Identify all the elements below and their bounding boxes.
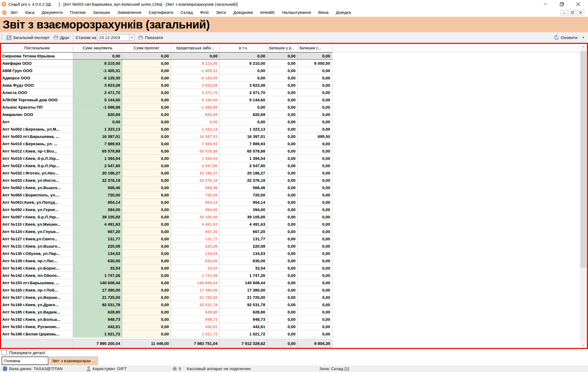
value-cell[interactable]: 1 394,54 xyxy=(73,155,122,162)
value-cell[interactable]: 0,00 xyxy=(267,316,298,323)
value-cell[interactable]: 0,00 xyxy=(122,199,171,206)
value-cell[interactable]: -6 129,30 xyxy=(171,74,220,82)
value-cell[interactable]: 0,00 xyxy=(122,177,171,184)
value-cell[interactable]: 820,69 xyxy=(220,111,267,118)
table-row[interactable]: Алиста ООО2 471,700,002 471,702 471,700,… xyxy=(1,89,580,96)
value-cell[interactable]: 0,00 xyxy=(267,206,298,213)
supplier-cell[interactable]: Апт №032 г.Яготин, ул.Нез... xyxy=(1,169,73,177)
show-details-checkbox[interactable] xyxy=(2,350,7,355)
supplier-cell[interactable]: Авефарм ООО xyxy=(1,60,73,67)
value-cell[interactable]: 0,00 xyxy=(298,206,332,213)
column-header-5[interactable]: Залишок у р... xyxy=(267,44,298,52)
value-cell[interactable]: 1 394,54 xyxy=(171,155,220,162)
column-header-6[interactable]: Залишки с... xyxy=(298,44,332,52)
value-cell[interactable]: 0,00 xyxy=(298,147,332,155)
menu-item-12[interactable]: Налаштування xyxy=(282,10,311,15)
value-cell[interactable]: 22 376,18 xyxy=(171,177,220,184)
bottom-tab-0[interactable]: Головна xyxy=(2,357,48,365)
value-cell[interactable]: 0,00 xyxy=(220,67,267,74)
value-cell[interactable]: 2 547,80 xyxy=(73,162,122,169)
table-row[interactable]: Апт №165 г.Киев, пр-т.Поб...17 380,000,0… xyxy=(1,286,580,294)
scrollbar-thumb[interactable] xyxy=(580,51,586,268)
value-cell[interactable]: 394,00 xyxy=(171,206,220,213)
value-cell[interactable]: 2 471,70 xyxy=(171,89,220,96)
supplier-cell[interactable]: Апт №065 г.Борисполь, ул.... xyxy=(1,191,73,199)
menu-item-9[interactable]: Звіти xyxy=(216,10,226,15)
value-cell[interactable]: 0,00 xyxy=(122,206,171,213)
value-cell[interactable]: 0,00 xyxy=(122,235,171,242)
menu-item-7[interactable]: Склад xyxy=(180,10,193,15)
value-cell[interactable]: 134,53 xyxy=(220,250,267,257)
value-cell[interactable]: -1 088,88 xyxy=(73,103,122,111)
menu-item-4[interactable]: Залишки xyxy=(93,10,110,15)
value-cell[interactable]: 0,00 xyxy=(298,52,332,60)
value-cell[interactable]: 0,00 xyxy=(220,52,267,60)
table-row[interactable]: Альянс Красоты ПП-1 088,880,00-1 088,880… xyxy=(1,103,580,111)
value-cell[interactable]: 0,00 xyxy=(122,52,171,60)
value-cell[interactable]: 5 144,60 xyxy=(171,96,220,103)
table-row[interactable]: Апт №127 г.Киев,ул.Свято...131,770,00131… xyxy=(1,235,580,242)
menu-item-8[interactable]: Філії xyxy=(200,10,209,15)
supplier-cell[interactable]: Апт №110 г.Киев, ул.Мишин... xyxy=(1,221,73,228)
minimize-button[interactable] xyxy=(542,1,549,7)
supplier-cell[interactable]: Апт №012 г.Киев, пр-т.Воз... xyxy=(1,147,73,155)
value-cell[interactable]: 1 394,54 xyxy=(220,155,267,162)
value-cell[interactable]: 22 376,18 xyxy=(220,177,267,184)
value-cell[interactable]: 0,00 xyxy=(298,67,332,74)
value-cell[interactable]: 0,00 xyxy=(122,301,171,308)
value-cell[interactable]: 0,00 xyxy=(122,308,171,316)
scroll-down-icon[interactable]: ⌄ xyxy=(580,341,587,348)
value-cell[interactable]: 0,00 xyxy=(122,133,171,140)
refresh-dropdown-button[interactable]: ▼ xyxy=(581,35,586,40)
value-cell[interactable]: 4 491,63 xyxy=(73,221,122,228)
value-cell[interactable]: 0,00 xyxy=(298,177,332,184)
value-cell[interactable]: 1 323,13 xyxy=(171,125,220,133)
report-date-input[interactable]: 23.12.2024 xyxy=(97,34,129,41)
value-cell[interactable]: 0,00 xyxy=(298,118,332,125)
column-header-4[interactable]: в т.ч. xyxy=(220,44,267,52)
supplier-cell[interactable]: Апт №091г.Киев, ул.Попуд... xyxy=(1,199,73,206)
value-cell[interactable]: 140 608,44 xyxy=(220,279,267,286)
value-cell[interactable]: 0,00 xyxy=(298,272,332,279)
value-cell[interactable]: 21 725,00 xyxy=(220,294,267,301)
supplier-cell[interactable]: Апт №165 г.Киев, пр-т.Поб... xyxy=(1,286,73,294)
value-cell[interactable]: 0,00 xyxy=(298,323,332,330)
value-cell[interactable]: 0,00 xyxy=(122,228,171,235)
value-cell[interactable]: 1 323,13 xyxy=(220,125,267,133)
supplier-cell[interactable]: Апт №193 г.Киев, Русановс... xyxy=(1,323,73,330)
value-cell[interactable]: 92 531,78 xyxy=(220,301,267,308)
supplier-cell[interactable]: Адверсо ООО xyxy=(1,74,73,82)
value-cell[interactable]: 3 823,08 xyxy=(171,82,220,89)
value-cell[interactable]: 0,00 xyxy=(298,103,332,111)
value-cell[interactable]: 0,00 xyxy=(122,118,171,125)
value-cell[interactable]: 0,00 xyxy=(122,330,171,338)
value-cell[interactable]: 0,00 xyxy=(122,103,171,111)
supplier-cell[interactable]: Апт №022 г.Киев, б-р.Л.Укр... xyxy=(1,162,73,169)
value-cell[interactable]: 948,73 xyxy=(171,316,220,323)
value-cell[interactable]: 0,00 xyxy=(220,74,267,82)
value-cell[interactable]: 0,00 xyxy=(122,162,171,169)
value-cell[interactable]: 22 376,18 xyxy=(73,177,122,184)
value-cell[interactable]: 134,53 xyxy=(171,250,220,257)
value-cell[interactable]: 0,00 xyxy=(267,162,298,169)
supplier-cell[interactable]: Апт №140 г.Киев, ул.Борис... xyxy=(1,264,73,272)
menu-item-5[interactable]: Замовлення xyxy=(117,10,141,15)
value-cell[interactable]: 92 531,78 xyxy=(73,301,122,308)
value-cell[interactable]: 20 186,27 xyxy=(73,169,122,177)
supplier-cell[interactable]: Апт №167 г.Киев, ул.Верши... xyxy=(1,294,73,301)
value-cell[interactable]: 0,00 xyxy=(122,279,171,286)
value-cell[interactable]: 65 578,88 xyxy=(220,147,267,155)
value-cell[interactable]: 65 578,88 xyxy=(73,147,122,155)
value-cell[interactable]: 442,61 xyxy=(171,323,220,330)
value-cell[interactable]: 0,00 xyxy=(298,235,332,242)
value-cell[interactable]: 220,08 xyxy=(171,242,220,250)
supplier-cell[interactable]: Апт №139 г.Киев, пр-т.Лес... xyxy=(1,257,73,264)
value-cell[interactable]: 17 380,00 xyxy=(171,286,220,294)
value-cell[interactable]: 394,00 xyxy=(220,206,267,213)
column-header-1[interactable]: Сума закупівель xyxy=(73,44,122,52)
table-row[interactable]: Апт №032 г.Яготин, ул.Нез...20 186,270,0… xyxy=(1,169,580,177)
value-cell[interactable]: 628,80 xyxy=(171,308,220,316)
value-cell[interactable]: 0,00 xyxy=(298,155,332,162)
value-cell[interactable]: 0,00 xyxy=(298,286,332,294)
table-row[interactable]: Апт №065 г.Борисполь, ул....720,000,0072… xyxy=(1,191,580,199)
